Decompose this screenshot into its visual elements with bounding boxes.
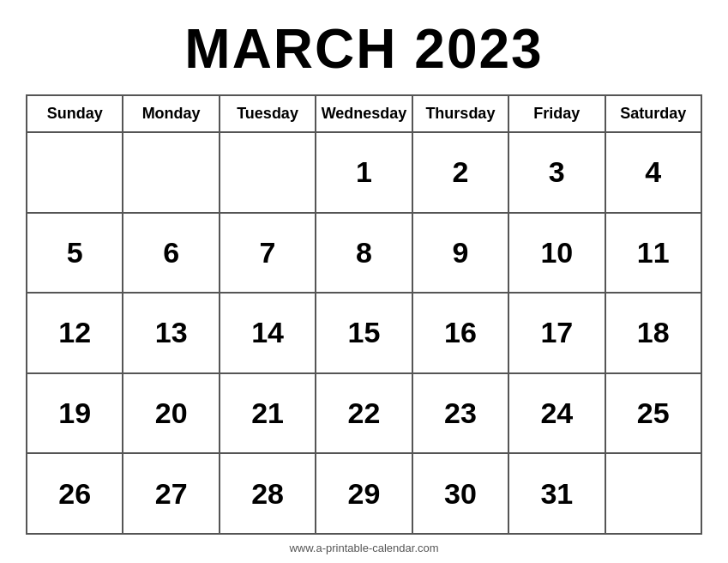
calendar-day-cell: 18: [605, 293, 701, 373]
calendar-day-cell: [605, 453, 701, 534]
calendar-day-cell: 4: [605, 132, 701, 213]
calendar-day-cell: [27, 132, 123, 213]
calendar-footer: www.a-printable-calendar.com: [289, 542, 438, 554]
calendar-day-cell: 17: [508, 293, 605, 373]
calendar-day-cell: 10: [508, 213, 605, 294]
calendar-day-cell: 15: [316, 293, 412, 373]
calendar-day-cell: 9: [412, 213, 508, 294]
calendar-table: SundayMondayTuesdayWednesdayThursdayFrid…: [26, 94, 702, 535]
calendar-day-cell: [220, 132, 316, 213]
calendar-day-cell: 8: [316, 213, 412, 294]
calendar-day-cell: 27: [123, 453, 219, 534]
calendar-day-cell: 28: [220, 453, 316, 534]
calendar-week-row: 19202122232425: [27, 373, 701, 454]
day-header: Thursday: [412, 95, 508, 132]
calendar-day-cell: 19: [27, 373, 123, 454]
calendar-day-cell: 23: [412, 373, 508, 454]
calendar-day-cell: 16: [412, 293, 508, 373]
calendar-day-cell: 12: [27, 293, 123, 373]
calendar-day-cell: [123, 132, 219, 213]
calendar-week-row: 12131415161718: [27, 293, 701, 373]
day-header: Wednesday: [316, 95, 412, 132]
calendar-day-cell: 13: [123, 293, 219, 373]
calendar-day-cell: 20: [123, 373, 219, 454]
calendar-week-row: 262728293031: [27, 453, 701, 534]
calendar-day-cell: 21: [220, 373, 316, 454]
calendar-day-cell: 30: [412, 453, 508, 534]
calendar-day-cell: 29: [316, 453, 412, 534]
calendar-day-cell: 5: [27, 213, 123, 294]
calendar-day-cell: 3: [508, 132, 605, 213]
day-header: Tuesday: [220, 95, 316, 132]
calendar-day-cell: 1: [316, 132, 412, 213]
calendar-week-row: 567891011: [27, 213, 701, 294]
calendar-day-cell: 25: [605, 373, 701, 454]
calendar-day-cell: 31: [508, 453, 605, 534]
calendar-day-cell: 11: [605, 213, 701, 294]
calendar-day-cell: 14: [220, 293, 316, 373]
calendar-week-row: 1234: [27, 132, 701, 213]
calendar-day-cell: 22: [316, 373, 412, 454]
day-header: Saturday: [605, 95, 701, 132]
day-header: Friday: [508, 95, 605, 132]
calendar-day-cell: 7: [220, 213, 316, 294]
day-header: Monday: [123, 95, 219, 132]
calendar-day-cell: 6: [123, 213, 219, 294]
calendar-day-cell: 2: [412, 132, 508, 213]
calendar-header-row: SundayMondayTuesdayWednesdayThursdayFrid…: [27, 95, 701, 132]
calendar-title: MARCH 2023: [184, 17, 543, 81]
calendar-day-cell: 24: [508, 373, 605, 454]
day-header: Sunday: [27, 95, 123, 132]
calendar-day-cell: 26: [27, 453, 123, 534]
